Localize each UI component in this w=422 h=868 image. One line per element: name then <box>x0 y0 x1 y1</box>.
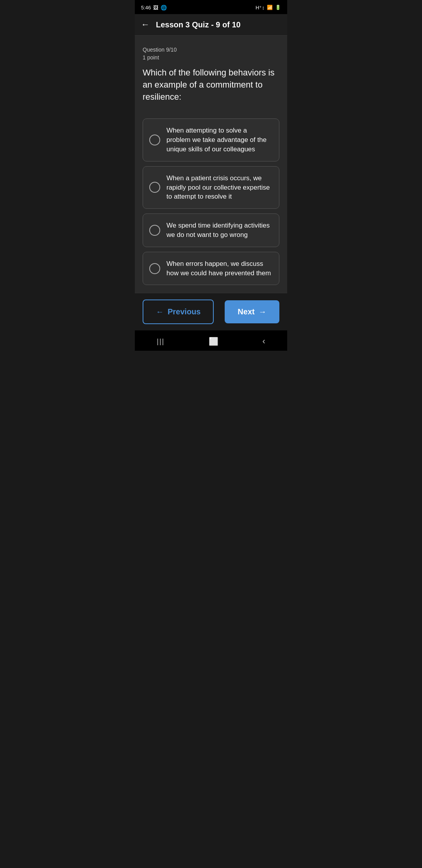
question-meta: Question 9/10 <box>143 47 279 53</box>
option-d[interactable]: When errors happen, we discuss how we co… <box>143 252 279 285</box>
previous-button[interactable]: ← Previous <box>143 299 214 324</box>
option-a-text: When attempting to solve a problem we ta… <box>166 126 273 154</box>
option-c[interactable]: We spend time identifying activities we … <box>143 213 279 247</box>
android-nav-bar: ||| ⬜ ‹ <box>135 330 287 351</box>
android-back-icon[interactable]: ‹ <box>262 336 265 346</box>
android-menu-icon[interactable]: ||| <box>157 337 165 346</box>
radio-b[interactable] <box>149 182 160 193</box>
next-button[interactable]: Next → <box>225 300 279 323</box>
question-points: 1 point <box>143 54 279 61</box>
page-title: Lesson 3 Quiz - 9 of 10 <box>156 20 241 29</box>
question-text: Which of the following behaviors is an e… <box>143 67 279 103</box>
main-content: Question 9/10 1 point Which of the follo… <box>135 36 287 293</box>
status-time: 5:46 <box>141 5 151 11</box>
option-b[interactable]: When a patient crisis occurs, we rapidly… <box>143 166 279 209</box>
wifi-icon: 📶 <box>267 5 273 10</box>
previous-icon: ← <box>156 307 164 316</box>
next-icon: → <box>259 307 266 316</box>
radio-a[interactable] <box>149 135 160 145</box>
back-button[interactable]: ← <box>141 20 150 30</box>
status-left: 5:46 🖼 🌐 <box>141 5 167 11</box>
radio-c[interactable] <box>149 225 160 236</box>
previous-label: Previous <box>168 307 200 316</box>
option-b-text: When a patient crisis occurs, we rapidly… <box>166 174 273 201</box>
battery-icon: 🔋 <box>275 5 281 10</box>
bottom-navigation: ← Previous Next → <box>135 293 287 330</box>
profile-icon: 🌐 <box>161 5 167 11</box>
option-a[interactable]: When attempting to solve a problem we ta… <box>143 118 279 161</box>
photo-icon: 🖼 <box>153 5 158 11</box>
app-bar: ← Lesson 3 Quiz - 9 of 10 <box>135 14 287 36</box>
status-bar: 5:46 🖼 🌐 H⁺↕ 📶 🔋 <box>135 0 287 14</box>
android-home-icon[interactable]: ⬜ <box>209 337 218 346</box>
options-container: When attempting to solve a problem we ta… <box>143 118 279 285</box>
radio-d[interactable] <box>149 263 160 274</box>
status-right: H⁺↕ 📶 🔋 <box>256 5 281 11</box>
signal-icon: H⁺↕ <box>256 5 265 11</box>
option-c-text: We spend time identifying activities we … <box>166 221 273 240</box>
back-arrow-icon: ← <box>141 20 150 30</box>
option-d-text: When errors happen, we discuss how we co… <box>166 259 273 278</box>
next-label: Next <box>238 307 254 316</box>
